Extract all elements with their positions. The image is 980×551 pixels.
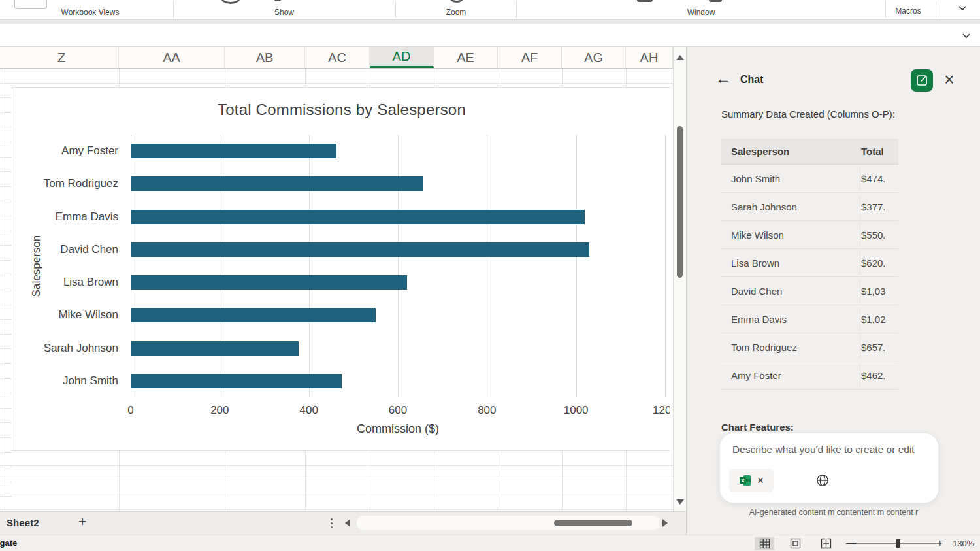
chart-bar-tom-rodriguez[interactable] (131, 176, 423, 191)
summary-salesperson: Emma Davis (721, 314, 861, 325)
column-header-ah[interactable]: AH (626, 47, 673, 68)
summary-table-header: Salesperson Total (721, 139, 898, 165)
horizontal-scrollbar-thumb[interactable] (554, 520, 632, 526)
zoom-in-button[interactable]: + (937, 537, 943, 549)
status-bar: igate — + 130% (0, 535, 980, 551)
ribbon-group-window: Window (687, 8, 715, 17)
chart-x-tick: 0 (127, 404, 133, 417)
chat-panel-title: Chat (740, 74, 764, 86)
ribbon: Workbook Views Show Zoom Window Macros (0, 0, 980, 20)
summary-table-row: Tom Rodriguez$657. (721, 333, 898, 361)
chart-bar-amy-foster[interactable] (131, 144, 336, 158)
new-chat-button[interactable] (911, 69, 933, 92)
freeze-panes-icon[interactable] (709, 0, 722, 2)
column-header-ac[interactable]: AC (305, 47, 370, 68)
chat-input-card[interactable]: Describe what you'd like to create or ed… (719, 433, 939, 503)
chart-category-label: Mike Wilson (58, 309, 118, 322)
workbook-context-chip[interactable]: x × (729, 469, 774, 492)
grid-cells-bottom[interactable] (0, 451, 673, 511)
zoom-level[interactable]: 130% (953, 539, 974, 548)
globe-icon[interactable] (815, 473, 830, 490)
formula-bar[interactable] (0, 24, 980, 47)
summary-table: Salesperson Total John Smith$474.Sarah J… (721, 139, 898, 390)
summary-table-row: John Smith$474. (721, 165, 898, 193)
normal-view-button[interactable] (755, 537, 774, 550)
horizontal-scrollbar[interactable] (357, 516, 660, 530)
scroll-right-arrow-icon[interactable] (662, 519, 668, 527)
chart-object[interactable]: Total Commissions by Salesperson Commiss… (12, 87, 670, 451)
back-arrow-icon[interactable]: ← (715, 72, 731, 85)
page-layout-view-button[interactable] (785, 537, 805, 550)
column-header-ab[interactable]: AB (225, 47, 305, 68)
new-chat-icon (916, 75, 928, 86)
gridlines-icon[interactable] (221, 0, 240, 4)
collapse-ribbon-chevron-icon[interactable] (958, 5, 967, 11)
headings-icon[interactable] (274, 0, 281, 1)
status-left-text: igate (0, 538, 17, 548)
summary-table-row: Mike Wilson$550. (721, 221, 898, 249)
chart-gridline (398, 135, 399, 397)
summary-total: $620. (861, 258, 898, 269)
chart-bar-john-smith[interactable] (131, 374, 342, 388)
ribbon-button-partial[interactable] (14, 0, 47, 9)
chat-input-placeholder[interactable]: Describe what you'd like to create or ed… (732, 444, 915, 456)
zoom-out-button[interactable]: — (846, 537, 857, 549)
scroll-down-arrow-icon[interactable] (676, 499, 684, 505)
vertical-scrollbar[interactable] (673, 47, 686, 511)
chart-bar-emma-davis[interactable] (131, 210, 585, 224)
ribbon-group-zoom: Zoom (446, 8, 466, 17)
summary-total: $474. (861, 173, 898, 184)
chart-x-tick: 200 (210, 404, 229, 417)
chart-category-label: Lisa Brown (63, 276, 118, 289)
chart-gridline (309, 135, 310, 397)
chart-bar-david-chen[interactable] (131, 242, 589, 257)
page-break-preview-button[interactable] (816, 537, 836, 550)
chart-title: Total Commissions by Salesperson (12, 101, 670, 119)
column-header-af[interactable]: AF (498, 47, 562, 68)
chat-panel: ← Chat × Summary Data Created (Columns O… (686, 47, 980, 535)
chart-features-heading: Chart Features: (721, 422, 794, 433)
summary-salesperson: John Smith (721, 173, 861, 184)
summary-heading: Summary Data Created (Columns O-P): (721, 109, 895, 120)
chart-x-axis-label: Commission ($) (357, 422, 439, 436)
scroll-up-arrow-icon[interactable] (676, 55, 684, 60)
summary-total: $1,02 (861, 314, 898, 325)
chart-y-axis-label: Salesperson (30, 235, 43, 297)
vertical-scrollbar-thumb[interactable] (677, 126, 683, 278)
column-header-ae[interactable]: AE (434, 47, 498, 68)
excel-icon: x (739, 474, 752, 487)
grid-cells-top[interactable] (0, 69, 673, 88)
add-sheet-button[interactable]: + (78, 514, 86, 529)
summary-total: $550. (861, 229, 898, 241)
zoom-slider-thumb[interactable] (896, 539, 900, 548)
column-header-aa[interactable]: AA (119, 47, 225, 68)
column-header-z[interactable]: Z (5, 47, 119, 68)
column-headers[interactable]: ZAAABACADAEAFAGAH (0, 47, 673, 69)
chart-x-tick: 1000 (564, 404, 589, 417)
summary-table-row: Sarah Johnson$377. (721, 193, 898, 221)
chart-bar-lisa-brown[interactable] (131, 275, 407, 290)
chart-x-tick: 1200 (653, 404, 670, 417)
grid-cells-left[interactable] (0, 69, 12, 511)
column-header-ad[interactable]: AD (370, 47, 434, 68)
remove-context-icon[interactable]: × (757, 475, 764, 486)
summary-salesperson: Amy Foster (721, 370, 861, 381)
ribbon-group-workbook-views: Workbook Views (61, 8, 120, 17)
chart-category-label: Sarah Johnson (44, 342, 118, 355)
new-window-icon[interactable] (637, 0, 653, 2)
sheet-tab-sheet2[interactable]: Sheet2 (7, 517, 39, 528)
summary-total: $657. (861, 342, 898, 353)
chart-category-label: John Smith (63, 375, 118, 388)
summary-salesperson: Tom Rodriguez (721, 342, 861, 353)
sheet-tab-bar: Sheet2 + (0, 511, 686, 535)
chart-bar-mike-wilson[interactable] (131, 308, 376, 322)
expand-formula-bar-chevron-icon[interactable] (962, 33, 971, 39)
zoom-icon[interactable] (449, 0, 464, 3)
column-header-ag[interactable]: AG (562, 47, 626, 68)
scroll-left-arrow-icon[interactable] (345, 519, 350, 527)
summary-salesperson: David Chen (721, 286, 861, 297)
chart-bar-sarah-johnson[interactable] (131, 341, 299, 356)
summary-salesperson: Lisa Brown (721, 258, 861, 269)
chart-gridline (665, 135, 666, 397)
close-icon[interactable]: × (944, 71, 955, 89)
